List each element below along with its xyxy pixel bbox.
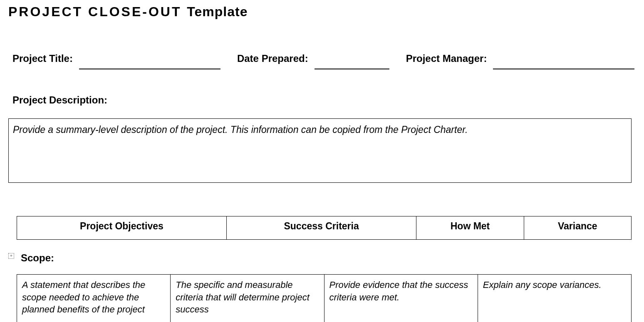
- document-title: PROJECT CLOSE-OUT Template: [8, 4, 636, 20]
- scope-table: A statement that describes the scope nee…: [17, 274, 632, 322]
- title-normal: Template: [187, 4, 248, 19]
- table-anchor-icon[interactable]: +: [8, 253, 14, 259]
- project-title-label: Project Title:: [12, 53, 73, 65]
- date-prepared-label: Date Prepared:: [237, 53, 308, 65]
- scope-cell-how-met[interactable]: Provide evidence that the success criter…: [324, 275, 478, 322]
- date-prepared-input-line[interactable]: [315, 58, 389, 69]
- col-project-objectives: Project Objectives: [17, 216, 227, 240]
- title-bold: PROJECT CLOSE-OUT: [8, 4, 181, 19]
- scope-cell-objectives[interactable]: A statement that describes the scope nee…: [17, 275, 171, 322]
- table-header-row: Project Objectives Success Criteria How …: [17, 216, 632, 240]
- objectives-header-table: Project Objectives Success Criteria How …: [17, 216, 632, 240]
- scope-cell-criteria[interactable]: The specific and measurable criteria tha…: [171, 275, 324, 322]
- col-how-met: How Met: [416, 216, 524, 240]
- col-variance: Variance: [524, 216, 631, 240]
- project-manager-input-line[interactable]: [493, 58, 634, 69]
- date-prepared-field: Date Prepared:: [237, 53, 389, 65]
- header-fields-row: Project Title: Date Prepared: Project Ma…: [8, 53, 636, 65]
- table-row: A statement that describes the scope nee…: [17, 275, 632, 322]
- project-title-input-line[interactable]: [79, 58, 220, 69]
- project-description-label: Project Description:: [8, 94, 636, 106]
- scope-cell-variance[interactable]: Explain any scope variances.: [478, 275, 631, 322]
- project-description-placeholder: Provide a summary-level description of t…: [13, 124, 468, 135]
- project-manager-label: Project Manager:: [406, 53, 487, 65]
- scope-label: Scope:: [21, 252, 636, 264]
- project-title-field: Project Title:: [12, 53, 220, 65]
- project-description-box[interactable]: Provide a summary-level description of t…: [8, 118, 632, 183]
- project-manager-field: Project Manager:: [406, 53, 635, 65]
- scope-section: + Scope: A statement that describes the …: [8, 252, 636, 322]
- col-success-criteria: Success Criteria: [226, 216, 416, 240]
